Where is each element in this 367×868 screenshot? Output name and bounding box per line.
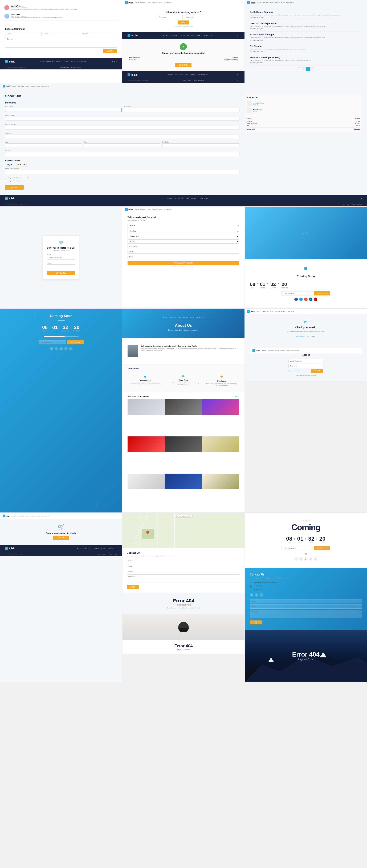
contact-dark-message-input[interactable] <box>250 610 362 618</box>
refresh-icon[interactable]: ↻ <box>305 552 307 556</box>
instagram-username[interactable]: @inizio <box>235 396 239 397</box>
social2-fb[interactable]: f <box>237 35 238 36</box>
contact-phone-input[interactable] <box>127 569 240 574</box>
blue-notify-email[interactable] <box>38 340 66 344</box>
nav-services[interactable]: SERVICES <box>46 61 54 62</box>
comment-email-input[interactable] <box>43 32 79 36</box>
first-name-input[interactable] <box>5 108 122 112</box>
nav2-about[interactable]: ABOUT <box>163 35 168 36</box>
signup-link[interactable]: Sign up <box>311 374 316 376</box>
snl-contact[interactable]: CONTACT US <box>164 2 171 3</box>
card-input[interactable] <box>5 170 239 174</box>
interested-email-input[interactable] <box>184 15 210 19</box>
minimal-social-pi[interactable]: p <box>314 557 317 561</box>
social-in-cs[interactable]: in <box>309 298 312 301</box>
snl-pricing[interactable]: PRICING <box>152 2 158 3</box>
social-tw-cs[interactable]: t <box>299 298 303 301</box>
login-email-input[interactable] <box>288 359 323 363</box>
blue-social-tw[interactable]: t <box>55 347 58 350</box>
terms-checkbox[interactable] <box>5 177 7 179</box>
paypal-option[interactable]: PayPal <box>5 163 14 166</box>
interested-submit-button[interactable]: SEND <box>177 21 190 25</box>
instagram-7[interactable] <box>128 473 165 511</box>
instagram-2[interactable] <box>165 399 202 436</box>
state-input[interactable] <box>84 144 161 147</box>
footer-social-fb[interactable]: f <box>115 66 116 68</box>
last-name-input[interactable] <box>123 108 239 112</box>
contact-dark-name-input[interactable] <box>250 599 362 603</box>
social-gp-cs[interactable]: g+ <box>304 298 308 301</box>
city-input[interactable] <box>5 144 82 147</box>
nav2-team[interactable]: TEAM <box>180 35 185 36</box>
snr-social-t[interactable]: t <box>242 2 242 3</box>
footer-terms[interactable]: Terms of Service <box>71 66 82 68</box>
newsletter-name-input[interactable] <box>47 265 75 268</box>
interested-name-input[interactable] <box>157 15 182 19</box>
nav2-contact[interactable]: CONTACT US <box>202 35 212 36</box>
resend-link[interactable]: Resend email <box>296 336 305 337</box>
contact-dark-submit[interactable]: SEND <box>250 620 262 624</box>
phone-input[interactable] <box>5 126 239 129</box>
instagram-8[interactable] <box>165 473 202 511</box>
login-password-input[interactable] <box>288 364 323 368</box>
footer-privacy[interactable]: Privacy Policy <box>60 66 69 68</box>
cart-continue-button[interactable]: CONTINUE <box>53 536 69 540</box>
notify-submit-button[interactable]: NOTIFY ME <box>314 291 330 296</box>
nav-team[interactable]: TEAM <box>56 61 60 62</box>
social-fb-cs[interactable]: f <box>294 298 298 301</box>
back-to-login-link[interactable]: Back to login <box>307 336 315 337</box>
minimal-email-input[interactable] <box>282 546 313 550</box>
tailor-email-input[interactable] <box>128 250 239 254</box>
credit-card-option[interactable]: 💳 Credit Card <box>16 163 29 166</box>
contact-dark-email-input[interactable] <box>250 604 362 609</box>
page-next[interactable]: > <box>310 67 314 71</box>
blue-social-in[interactable]: in <box>64 347 68 350</box>
comment-message-input[interactable] <box>5 37 117 48</box>
country-input[interactable] <box>5 152 239 156</box>
snl-about[interactable]: ABOUT <box>135 2 139 3</box>
nav2-services[interactable]: SERVICES <box>170 35 178 36</box>
social2-tw[interactable]: t <box>239 35 239 36</box>
budget-select[interactable]: Budget Under $1,000 $1,000 - $5,000 $5,0… <box>128 224 239 228</box>
contact-dark-in[interactable]: in <box>260 593 263 597</box>
social-tw[interactable]: t <box>112 61 113 62</box>
instagram-1[interactable] <box>128 399 165 436</box>
instagram-9[interactable] <box>202 473 239 511</box>
forgot-password-link[interactable]: Forgot password? <box>288 370 300 372</box>
newsletter-email-input[interactable] <box>47 256 75 259</box>
zip-input[interactable] <box>162 144 239 147</box>
industry-select[interactable]: Industry Technology Finance <box>128 239 239 244</box>
service-select[interactable]: Service Type Web Design Development <box>128 234 239 238</box>
contact-submit-button[interactable]: SEND <box>127 585 139 589</box>
instagram-3[interactable] <box>202 399 239 436</box>
footer-social-tw[interactable]: t <box>117 66 117 68</box>
pay-now-button[interactable]: PAY NOW <box>5 185 24 190</box>
contact-name-input[interactable] <box>127 559 240 563</box>
contact-dark-fb[interactable]: f <box>250 593 253 597</box>
comment-name-input[interactable] <box>5 32 41 36</box>
social-in[interactable]: in <box>116 61 117 62</box>
blue-notify-button[interactable]: NOTIFY ME <box>67 340 84 344</box>
continue-button[interactable]: CONTINUE <box>175 63 191 67</box>
minimal-social-gp[interactable]: g+ <box>304 557 308 561</box>
contact-email-input[interactable] <box>127 564 240 568</box>
comment-website-input[interactable] <box>81 32 117 36</box>
blue-social-gp[interactable]: g+ <box>59 347 63 350</box>
tailor-submit-button[interactable]: GET A CUSTOM QUOTE <box>128 261 239 265</box>
snl-blog[interactable]: BLOG <box>159 2 162 3</box>
social-pi-cs[interactable]: p <box>314 298 317 301</box>
nav-blog[interactable]: BLOG <box>71 61 76 62</box>
nav-about[interactable]: ABOUT <box>38 61 44 62</box>
minimal-social-tw[interactable]: t <box>299 557 303 561</box>
blue-social-fb[interactable]: f <box>50 347 53 350</box>
blue-social-pi[interactable]: p <box>69 347 73 350</box>
page-1[interactable]: 1 <box>302 67 306 71</box>
privacy-checkbox[interactable] <box>5 180 7 182</box>
page-prev[interactable]: < <box>298 67 301 71</box>
notify-email-input[interactable] <box>282 291 313 296</box>
tailor-phone-input[interactable] <box>128 255 239 259</box>
instagram-6[interactable] <box>202 436 239 473</box>
tailor-name-input[interactable] <box>128 245 239 248</box>
address-input[interactable] <box>5 134 239 138</box>
social-gp[interactable]: g <box>114 61 115 62</box>
